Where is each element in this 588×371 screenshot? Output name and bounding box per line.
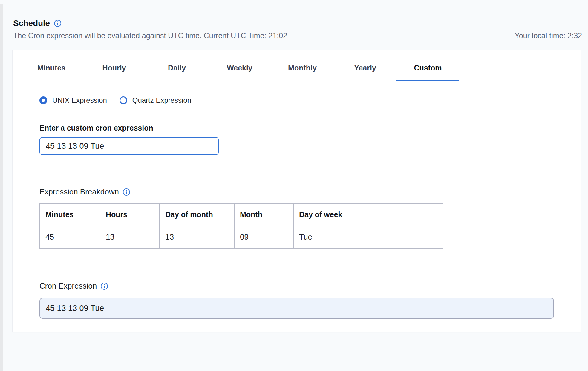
radio-unix-expression[interactable]: UNIX Expression (39, 96, 107, 105)
tab-label: Minutes (37, 64, 65, 72)
column-header: Day of week (293, 203, 443, 226)
table-cell-day-of-week: Tue (293, 226, 443, 248)
radio-label: Quartz Expression (132, 96, 191, 105)
expression-breakdown-heading: Expression Breakdown (39, 187, 581, 197)
divider (39, 266, 554, 266)
column-header: Month (234, 203, 293, 226)
schedule-header: Schedule The Cron expression will be eva… (13, 19, 582, 40)
column-header: Hours (100, 203, 160, 226)
expression-type-group: UNIX Expression Quartz Expression (39, 96, 581, 105)
tab-daily[interactable]: Daily (146, 59, 208, 81)
tab-label: Hourly (102, 64, 126, 72)
cron-expression-heading: Cron Expression (39, 281, 581, 291)
tab-hourly[interactable]: Hourly (83, 59, 146, 81)
tab-label: Monthly (288, 64, 317, 72)
tab-label: Daily (168, 64, 186, 72)
schedule-tab-bar: Minutes Hourly Daily Weekly Monthly Year… (20, 59, 581, 81)
info-icon[interactable] (100, 282, 108, 290)
expression-breakdown-table: Minutes Hours Day of month Month Day of … (39, 203, 443, 249)
radio-selected-icon (39, 96, 47, 104)
tab-label: Weekly (227, 64, 252, 72)
local-time: Your local time: 2:32 (514, 31, 582, 40)
tab-monthly[interactable]: Monthly (271, 59, 334, 81)
table-cell-minutes: 45 (40, 226, 100, 248)
radio-unselected-icon (120, 96, 127, 104)
tab-label: Yearly (354, 64, 376, 72)
tab-minutes[interactable]: Minutes (20, 59, 83, 81)
schedule-card: Minutes Hourly Daily Weekly Monthly Year… (12, 50, 581, 332)
info-icon[interactable] (54, 19, 62, 27)
section-title: Cron Expression (39, 281, 97, 291)
cron-expression-readonly-field[interactable]: 45 13 13 09 Tue (39, 298, 554, 319)
radio-quartz-expression[interactable]: Quartz Expression (120, 96, 191, 105)
tab-custom[interactable]: Custom (396, 59, 459, 81)
column-header: Minutes (40, 203, 100, 226)
custom-cron-input[interactable] (39, 137, 219, 155)
table-header-row: Minutes Hours Day of month Month Day of … (40, 203, 443, 226)
tab-weekly[interactable]: Weekly (208, 59, 271, 81)
utc-time-note: The Cron expression will be evaluated ag… (13, 31, 287, 40)
background-panel-edge (0, 4, 3, 371)
divider (39, 172, 554, 172)
table-cell-hours: 13 (100, 226, 160, 248)
table-cell-month: 09 (234, 226, 293, 248)
active-tab-indicator (396, 80, 459, 81)
info-icon[interactable] (122, 188, 130, 196)
tab-yearly[interactable]: Yearly (334, 59, 396, 81)
tab-label: Custom (414, 64, 442, 72)
section-title: Expression Breakdown (39, 187, 119, 197)
table-cell-day-of-month: 13 (160, 226, 234, 248)
radio-label: UNIX Expression (52, 96, 107, 105)
column-header: Day of month (160, 203, 234, 226)
table-row: 45 13 13 09 Tue (40, 226, 443, 248)
page-title: Schedule (13, 19, 50, 28)
custom-cron-label: Enter a custom cron expression (39, 124, 581, 132)
